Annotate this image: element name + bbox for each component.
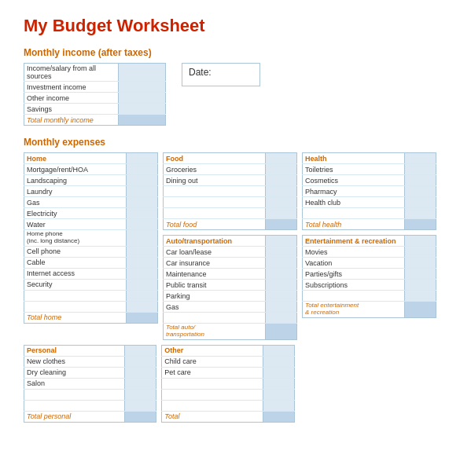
row-value[interactable] [266, 175, 297, 186]
table-row: Cable [24, 257, 158, 268]
row-value[interactable] [405, 175, 436, 186]
row-label [164, 197, 266, 208]
row-value[interactable] [405, 247, 436, 258]
row-value[interactable] [405, 280, 436, 291]
row-value[interactable] [127, 175, 158, 186]
row-value[interactable] [125, 356, 156, 367]
ent-header-value [405, 236, 436, 247]
income-row-value[interactable] [119, 64, 166, 82]
row-value[interactable] [125, 378, 156, 389]
row-value[interactable] [127, 197, 158, 208]
table-row [162, 400, 294, 411]
table-row [164, 313, 297, 324]
other-header: Other [162, 345, 263, 356]
income-total-value[interactable] [119, 115, 166, 126]
health-header-value [405, 153, 436, 164]
row-value[interactable] [263, 378, 294, 389]
row-value[interactable] [125, 367, 156, 378]
total-value[interactable] [405, 302, 436, 318]
table-row: Subscriptions [303, 280, 436, 291]
row-value[interactable] [127, 230, 158, 247]
total-label: Total entertainment& recreation [303, 302, 405, 318]
row-label: Car insurance [164, 258, 266, 269]
income-row-value[interactable] [119, 82, 166, 93]
total-row: Total auto/transportation [164, 324, 297, 340]
income-row-value[interactable] [119, 104, 166, 115]
row-value[interactable] [127, 246, 158, 257]
row-value[interactable] [405, 197, 436, 208]
table-row: Mortgage/rent/HOA [24, 164, 158, 175]
table-row [303, 291, 436, 302]
row-value[interactable] [405, 208, 436, 219]
row-value[interactable] [127, 290, 158, 301]
row-value[interactable] [266, 197, 297, 208]
row-value[interactable] [266, 302, 297, 313]
row-value[interactable] [266, 291, 297, 302]
table-row: Car insurance [164, 258, 297, 269]
table-row: Salon [24, 378, 156, 389]
row-value[interactable] [266, 208, 297, 219]
row-label [162, 389, 263, 400]
income-row-value[interactable] [119, 93, 166, 104]
row-value[interactable] [266, 280, 297, 291]
total-value[interactable] [263, 411, 294, 422]
row-value[interactable] [405, 258, 436, 269]
total-value[interactable] [125, 411, 156, 422]
row-value[interactable] [266, 186, 297, 197]
row-label: Electricity [24, 208, 127, 219]
table-row: Car loan/lease [164, 247, 297, 258]
total-value[interactable] [405, 219, 436, 230]
row-label: Child care [162, 356, 263, 367]
date-field[interactable]: Date: [182, 63, 260, 86]
row-value[interactable] [266, 247, 297, 258]
row-label: Parking [164, 291, 266, 302]
row-value[interactable] [263, 400, 294, 411]
health-table: Health Toiletries Cosmetics Pharmacy Hea… [302, 152, 436, 230]
row-label: Pet care [162, 367, 263, 378]
row-value[interactable] [266, 269, 297, 280]
row-value[interactable] [405, 291, 436, 302]
row-value[interactable] [263, 367, 294, 378]
table-row [24, 301, 158, 312]
table-row: Health [303, 153, 436, 164]
food-table: Food Groceries Dining out Total food [163, 152, 297, 230]
row-value[interactable] [125, 389, 156, 400]
total-value[interactable] [266, 324, 297, 340]
row-value[interactable] [127, 279, 158, 290]
income-section: Monthly income (after taxes) Income/sala… [24, 47, 436, 126]
row-label [303, 291, 405, 302]
row-value[interactable] [263, 389, 294, 400]
row-value[interactable] [127, 186, 158, 197]
income-table: Income/salary from all sources Investmen… [24, 63, 166, 126]
row-value[interactable] [405, 269, 436, 280]
row-value[interactable] [127, 208, 158, 219]
row-value[interactable] [266, 313, 297, 324]
table-row [303, 208, 436, 219]
row-label: Laundry [24, 186, 127, 197]
row-value[interactable] [266, 164, 297, 175]
table-row: New clothes [24, 356, 156, 367]
total-value[interactable] [127, 312, 158, 323]
health-header: Health [303, 153, 405, 164]
row-label: Subscriptions [303, 280, 405, 291]
row-value[interactable] [263, 356, 294, 367]
row-value[interactable] [266, 258, 297, 269]
row-value[interactable] [127, 164, 158, 175]
row-label: Gas [24, 197, 127, 208]
ent-header: Entertainment & recreation [303, 236, 405, 247]
row-value[interactable] [405, 186, 436, 197]
table-row [24, 400, 156, 411]
row-value[interactable] [127, 257, 158, 268]
table-row: Landscaping [24, 175, 158, 186]
row-label: Gas [164, 302, 266, 313]
row-label: Toiletries [303, 164, 405, 175]
row-label [24, 389, 125, 400]
row-value[interactable] [127, 268, 158, 279]
row-value[interactable] [405, 164, 436, 175]
row-value[interactable] [127, 301, 158, 312]
total-value[interactable] [266, 219, 297, 230]
page-title: My Budget Worksheet [24, 16, 436, 36]
row-value[interactable] [125, 400, 156, 411]
other-header-value [263, 345, 294, 356]
row-value[interactable] [127, 219, 158, 230]
